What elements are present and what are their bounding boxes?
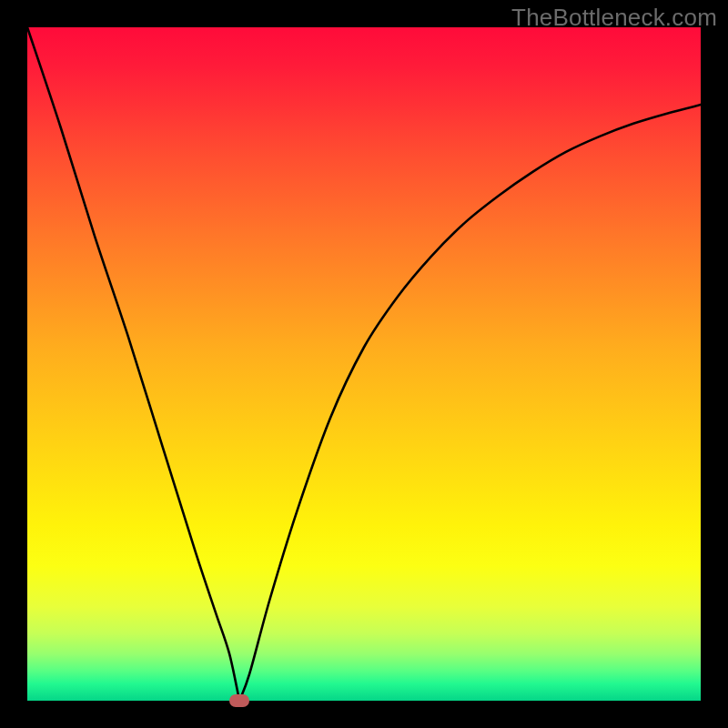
chart-frame: TheBottleneck.com <box>0 0 728 728</box>
minimum-marker <box>229 694 249 707</box>
plot-area <box>27 27 701 701</box>
watermark-text: TheBottleneck.com <box>511 4 717 32</box>
bottleneck-curve <box>27 27 701 701</box>
